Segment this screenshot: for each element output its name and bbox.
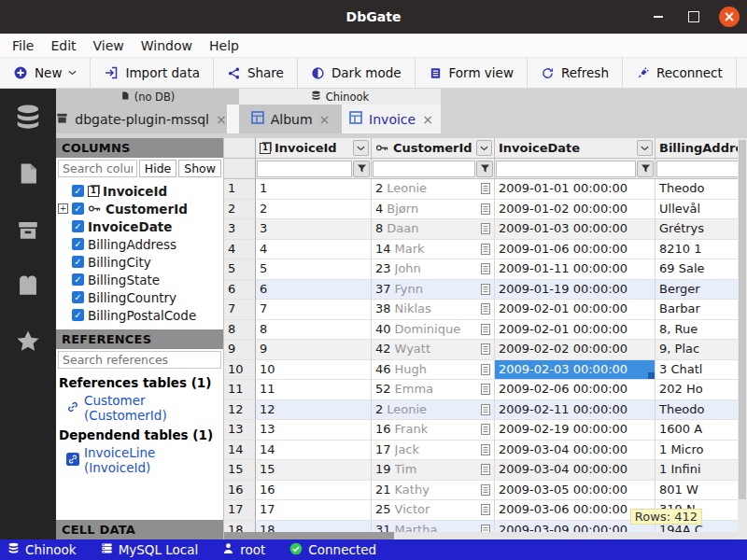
cell-customerid[interactable]: 4Bjørn	[372, 200, 495, 220]
cell-invoicedate[interactable]: 2009-02-11 00:00:00	[495, 400, 655, 421]
close-icon[interactable]: ×	[319, 112, 331, 127]
tab-invoice[interactable]: Invoice ×	[342, 105, 441, 133]
filter-input-customerid[interactable]	[373, 161, 475, 177]
show-button[interactable]: Show	[178, 160, 221, 177]
row-number-cell[interactable]: 17	[224, 500, 256, 521]
cell-invoicedate[interactable]: 2009-01-03 00:00:00	[495, 219, 655, 240]
cell-customerid[interactable]: 38Niklas	[372, 300, 495, 320]
close-icon[interactable]: ×	[216, 112, 227, 127]
column-item-customerid[interactable]: CustomerId	[56, 200, 223, 217]
document-icon[interactable]	[480, 443, 491, 456]
column-item-billingaddress[interactable]: BillingAddress	[56, 235, 223, 253]
search-references-input[interactable]	[58, 351, 221, 369]
cell-invoiceid[interactable]: 12	[256, 400, 372, 421]
menu-file[interactable]: File	[4, 36, 42, 55]
cell-customerid[interactable]: 25Victor	[372, 500, 495, 521]
checkbox[interactable]	[72, 256, 84, 268]
cell-customerid[interactable]: 17Jack	[372, 441, 495, 461]
checkbox[interactable]	[72, 309, 84, 321]
column-header-invoicedate[interactable]: InvoiceDate	[495, 138, 655, 159]
column-item-billingcountry[interactable]: BillingCountry	[56, 288, 223, 306]
horizontal-scrollbar[interactable]	[224, 532, 738, 539]
row-number-cell[interactable]: 4	[224, 240, 256, 260]
menu-help[interactable]: Help	[201, 36, 247, 55]
tab-dbgate-plugin-mssql[interactable]: dbgate-plugin-mssql ×	[56, 105, 227, 133]
document-icon[interactable]	[480, 182, 491, 195]
cell-invoicedate[interactable]: 2009-02-19 00:00:00	[495, 420, 655, 441]
column-item-invoiceid[interactable]: InvoiceId	[56, 182, 223, 200]
hide-button[interactable]: Hide	[139, 160, 177, 177]
cell-invoicedate[interactable]: 2009-02-01 00:00:00	[495, 300, 655, 320]
row-number-cell[interactable]: 8	[224, 320, 256, 341]
row-number-cell[interactable]: 1	[224, 179, 256, 200]
cell-invoicedate[interactable]: 2009-02-06 00:00:00	[495, 380, 655, 400]
cell-invoiceid[interactable]: 8	[256, 320, 372, 341]
cell-invoiceid[interactable]: 2	[256, 200, 372, 220]
row-number-cell[interactable]: 5	[224, 259, 256, 280]
cell-invoiceid[interactable]: 3	[256, 219, 372, 240]
row-number-cell[interactable]: 9	[224, 340, 256, 360]
document-icon[interactable]	[480, 283, 491, 296]
document-icon[interactable]	[480, 423, 491, 436]
checkbox[interactable]	[72, 238, 84, 250]
cell-invoicedate[interactable]: 2009-01-11 00:00:00	[495, 259, 655, 280]
document-icon[interactable]	[480, 503, 491, 516]
row-number-cell[interactable]: 10	[224, 360, 256, 381]
minimize-button[interactable]	[648, 7, 669, 27]
filter-funnel-icon[interactable]	[637, 161, 654, 177]
cell-billingaddress[interactable]: 1 Micro	[655, 441, 738, 461]
column-header-customerid[interactable]: CustomerId	[372, 138, 495, 159]
menu-edit[interactable]: Edit	[42, 36, 84, 55]
sidebar-item-connections[interactable]	[12, 104, 44, 133]
sidebar-item-plugins[interactable]	[12, 272, 44, 301]
cell-customerid[interactable]: 40Dominique	[372, 320, 495, 341]
maximize-button[interactable]	[684, 7, 704, 27]
cell-invoiceid[interactable]: 16	[256, 481, 372, 501]
document-icon[interactable]	[480, 343, 491, 356]
cell-billingaddress[interactable]: 801 W	[655, 481, 738, 501]
close-button[interactable]: ×	[719, 7, 740, 27]
document-icon[interactable]	[480, 302, 491, 315]
cell-customerid[interactable]: 14Mark	[372, 240, 495, 260]
row-number-cell[interactable]: 7	[224, 300, 256, 320]
cell-customerid[interactable]: 46Hugh	[372, 360, 495, 381]
checkbox[interactable]	[72, 185, 84, 197]
document-icon[interactable]	[480, 243, 491, 256]
sidebar-item-favorites[interactable]	[12, 328, 44, 357]
document-icon[interactable]	[480, 483, 491, 497]
document-icon[interactable]	[480, 383, 491, 396]
row-number-cell[interactable]: 14	[224, 441, 256, 461]
cell-invoiceid[interactable]: 13	[256, 420, 372, 441]
cell-customerid[interactable]: 2Leonie	[372, 400, 495, 421]
form-view-button[interactable]: Form view	[416, 58, 528, 88]
cell-invoiceid[interactable]: 5	[256, 259, 372, 280]
cell-billingaddress[interactable]: 8210 1	[655, 240, 738, 260]
document-icon[interactable]	[480, 323, 491, 336]
reconnect-button[interactable]: Reconnect	[623, 58, 737, 88]
row-number-cell[interactable]: 15	[224, 460, 256, 481]
horizontal-scrollbar-thumb[interactable]	[224, 532, 394, 539]
cell-customerid[interactable]: 2Leonie	[372, 179, 495, 200]
filter-input-invoiceid[interactable]	[257, 161, 352, 177]
column-menu-button[interactable]	[353, 140, 369, 156]
cell-invoiceid[interactable]: 1	[256, 179, 372, 200]
row-number-cell[interactable]: 6	[224, 280, 256, 301]
document-icon[interactable]	[480, 403, 491, 416]
menu-view[interactable]: View	[85, 36, 133, 55]
close-icon[interactable]: ×	[422, 112, 433, 127]
cell-invoiceid[interactable]: 10	[256, 360, 372, 381]
cell-invoiceid[interactable]: 4	[256, 240, 372, 260]
cell-invoicedate[interactable]: 2009-01-02 00:00:00	[495, 200, 655, 220]
expand-icon[interactable]	[58, 203, 68, 214]
tab-album[interactable]: Album ×	[239, 105, 342, 133]
cell-invoicedate[interactable]: 2009-03-04 00:00:00	[495, 460, 655, 481]
cell-invoiceid[interactable]: 14	[256, 441, 372, 461]
new-button[interactable]: New	[0, 58, 91, 88]
checkbox[interactable]	[72, 273, 84, 286]
row-number-cell[interactable]: 12	[224, 400, 256, 421]
column-item-billingcity[interactable]: BillingCity	[56, 253, 223, 271]
cell-invoicedate[interactable]: 2009-02-02 00:00:00	[495, 340, 655, 360]
cell-customerid[interactable]: 23John	[372, 259, 495, 280]
document-icon[interactable]	[480, 463, 491, 476]
vertical-scrollbar-thumb[interactable]	[739, 140, 746, 499]
